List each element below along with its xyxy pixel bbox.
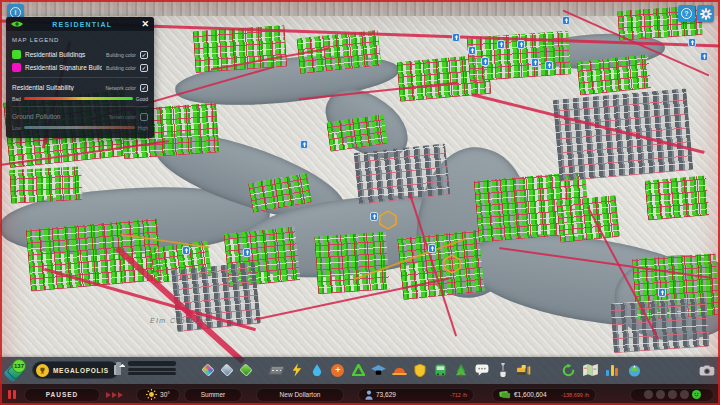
color-swatch [12, 50, 21, 59]
pollution-row: Ground Pollution Terrain color [12, 110, 148, 123]
level-up-marker[interactable] [700, 52, 708, 61]
milestone-name: MEGALOPOLIS [53, 367, 109, 374]
level-up-marker[interactable] [481, 57, 489, 66]
photo-mode-icon[interactable] [699, 362, 715, 378]
level-up-marker[interactable] [658, 288, 666, 297]
residential-building-cluster [644, 175, 709, 220]
map-legend-title: MAP LEGEND [12, 37, 148, 43]
trophy-icon [36, 364, 49, 377]
person-icon [365, 390, 373, 400]
question-icon: ? [681, 8, 692, 19]
game-screen: Elm Crossing i ? RESIDENTIAL ✕ MAP L [0, 0, 720, 405]
statistics-icon[interactable] [604, 362, 620, 378]
water-icon[interactable] [309, 362, 325, 378]
suitability-label: Residential Suitability [12, 84, 101, 91]
level-up-marker[interactable] [243, 248, 251, 257]
zones-icon[interactable] [200, 362, 216, 378]
legend-label: Residential Signature Buildings [25, 64, 102, 71]
suitability-low-label: Bad [12, 96, 21, 102]
level-up-marker[interactable] [182, 246, 190, 255]
milestone-badge[interactable]: 137 [4, 359, 30, 383]
simulation-state-pill[interactable]: PAUSED [24, 388, 100, 402]
pollution-high-label: High [138, 125, 148, 131]
pollution-checkbox[interactable] [140, 113, 148, 121]
district-name-label: Elm Crossing [150, 317, 210, 324]
suitability-gradient-row: Bad Good [12, 94, 148, 103]
parks-icon[interactable] [453, 362, 469, 378]
healthcare-icon[interactable]: + [330, 362, 346, 378]
city-name-pill[interactable]: New Dollarton [256, 388, 344, 402]
pollution-gradient-row: Low High [12, 123, 148, 132]
residential-building-cluster [26, 218, 163, 291]
residential-building-cluster [314, 232, 390, 295]
money-pill[interactable]: €1,600,604 -138,699 /h [492, 388, 596, 402]
level-up-marker[interactable] [428, 244, 436, 253]
dim-face-icon [668, 390, 677, 399]
population-change: -712 /h [450, 392, 467, 398]
suitability-type-label: Network color [105, 85, 136, 91]
visibility-eye-icon[interactable] [11, 20, 23, 28]
milestone-name-pill[interactable]: MEGALOPOLIS [32, 361, 119, 379]
pollution-type-label: Terrain color [108, 114, 136, 120]
level-up-marker[interactable] [452, 33, 460, 42]
settings-button[interactable] [697, 5, 714, 22]
level-up-marker[interactable] [531, 58, 539, 67]
level-up-marker[interactable] [688, 38, 696, 47]
suitability-row: Residential Suitability Network color ✓ [12, 81, 148, 94]
transportation-icon[interactable] [433, 362, 449, 378]
horizon-band [0, 0, 720, 16]
building-levelup-icon [112, 361, 125, 375]
level-up-marker[interactable] [468, 46, 476, 55]
panel-header: RESIDENTIAL ✕ [6, 17, 154, 32]
gear-icon [700, 8, 712, 20]
weather-pill[interactable]: 30° [136, 388, 180, 402]
main-toolbar: 137 MEGALOPOLIS + [0, 357, 720, 384]
panel-title: RESIDENTIAL [23, 21, 141, 28]
residential-building-cluster [9, 166, 83, 204]
level-up-marker[interactable] [497, 40, 505, 49]
legend-label: Residential Buildings [25, 51, 102, 58]
legend-checkbox[interactable]: ✓ [140, 51, 148, 59]
status-bar: PAUSED 30° Summer New Dollarton 73,629 -… [0, 384, 720, 405]
selected-building-hex[interactable] [443, 254, 461, 274]
police-icon[interactable] [412, 362, 428, 378]
pause-icon[interactable] [8, 390, 16, 399]
map-tiles-icon[interactable] [626, 362, 642, 378]
fire-rescue-icon[interactable] [392, 362, 408, 378]
info-views-icon[interactable] [582, 362, 598, 378]
level-up-marker[interactable] [517, 40, 525, 49]
color-swatch [12, 63, 21, 72]
pollution-gradient-bar [24, 126, 135, 130]
population-value: 73,629 [376, 391, 396, 398]
education-icon[interactable] [371, 362, 387, 378]
landscaping-icon[interactable] [238, 362, 254, 378]
dim-face-icon [656, 390, 665, 399]
bulldozer-icon[interactable] [515, 362, 531, 378]
suitability-checkbox[interactable]: ✓ [140, 84, 148, 92]
temperature-value: 30° [160, 391, 170, 398]
level-up-marker[interactable] [545, 61, 553, 70]
help-button[interactable]: ? [678, 5, 695, 22]
dim-face-icon [644, 390, 653, 399]
garbage-icon[interactable] [350, 362, 366, 378]
level-up-marker[interactable] [370, 212, 378, 221]
happiness-pill[interactable] [630, 388, 714, 402]
level-up-marker[interactable] [300, 140, 308, 149]
speed-arrows-icon[interactable] [106, 392, 123, 398]
legend-type-label: Building color [106, 65, 136, 71]
level-up-marker[interactable] [562, 16, 570, 25]
suitability-gradient-bar [24, 97, 133, 101]
money-change: -138,699 /h [561, 392, 589, 398]
roads-icon[interactable] [268, 362, 284, 378]
economy-icon[interactable] [560, 362, 576, 378]
season-pill[interactable]: Summer [184, 388, 242, 402]
electricity-icon[interactable] [289, 362, 305, 378]
communications-icon[interactable] [474, 362, 490, 378]
districts-icon[interactable] [219, 362, 235, 378]
selected-building-hex[interactable] [379, 210, 397, 230]
terraforming-icon[interactable] [495, 362, 511, 378]
population-pill[interactable]: 73,629 -712 /h [358, 388, 474, 402]
legend-checkbox[interactable]: ✓ [140, 64, 148, 72]
close-icon[interactable]: ✕ [141, 20, 149, 29]
legend-type-label: Building color [106, 52, 136, 58]
